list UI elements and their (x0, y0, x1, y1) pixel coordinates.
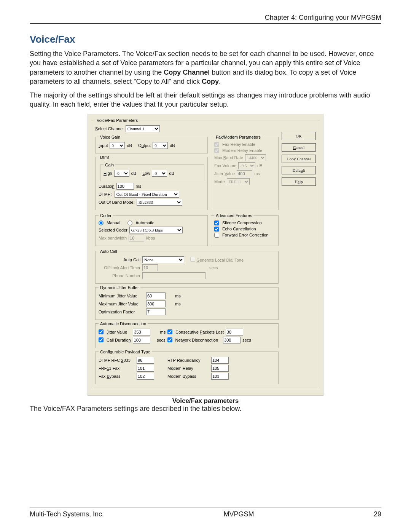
call-duration-checkbox[interactable] (99, 337, 104, 342)
network-disc-input[interactable] (223, 337, 241, 343)
ad-jitter-input[interactable] (133, 329, 150, 335)
auto-call-dropdown[interactable]: None (142, 256, 184, 263)
gain-high-dropdown[interactable]: -6 (114, 170, 129, 177)
output-gain-label: Output (138, 143, 151, 148)
page-header: Chapter 4: Configuring your MVPGSM (30, 14, 381, 24)
auto-call-group: Auto Call Auto Call None Generate Local … (95, 249, 279, 284)
fax-volume-dropdown: -9.5 (238, 162, 255, 169)
coder-group: Coder Manual Automatic Selected Coder G.… (95, 213, 208, 246)
modem-bypass-input[interactable] (211, 373, 229, 380)
call-duration-input[interactable] (133, 337, 150, 343)
network-disc-checkbox[interactable] (167, 337, 172, 342)
max-bandwidth-input (129, 235, 144, 241)
max-baud-dropdown: 14400 (245, 154, 266, 161)
cpl-input[interactable] (226, 329, 243, 335)
advanced-features-group: Advanced Features Silence Compression Ec… (211, 213, 279, 246)
oob-mode-label: Out Of Band Mode: (99, 200, 135, 204)
ad-jitter-checkbox[interactable] (99, 329, 104, 334)
min-jitter-input[interactable] (146, 292, 166, 299)
dtmf-mode-dropdown[interactable]: Out Of Band - Fixed Duration (115, 191, 179, 198)
figure-caption: Voice/Fax parameters (30, 397, 381, 405)
gain-low-label: Low (142, 171, 150, 176)
dtmf-gain-group: Gain High -6 dB Low -8 dB (100, 163, 204, 181)
input-gain-label: Input (99, 143, 108, 148)
dtmf-group: Dtmf Gain High -6 dB Low -8 (95, 155, 208, 210)
select-channel-dropdown[interactable]: Channel 1 (126, 125, 160, 132)
cancel-button[interactable]: Cancel (282, 143, 316, 152)
voicefax-parameters-group: Voice/Fax Parameters Select Channel Chan… (92, 118, 319, 389)
copy-channel-button[interactable]: Copy Channel (282, 155, 316, 163)
jitter-buffer-group: Dynamic Jitter Buffer Minimum Jitter Val… (95, 285, 279, 320)
ok-button[interactable]: OK (282, 132, 316, 140)
voicefax-dialog: Voice/Fax Parameters Select Channel Chan… (88, 114, 323, 396)
select-channel-label: Select Channel (95, 126, 124, 131)
max-jitter-input[interactable] (146, 300, 166, 307)
oob-mode-dropdown[interactable]: Rfc2833 (137, 199, 182, 206)
gain-low-dropdown[interactable]: -8 (152, 170, 167, 177)
intro-paragraph-2: The majority of the settings should be l… (30, 91, 381, 109)
auto-disconnect-group: Automatic Disconnection Jitter Value ms … (95, 321, 279, 348)
rtp-redundancy-input[interactable] (211, 357, 229, 364)
fax-relay-checkbox (214, 142, 219, 147)
section-title: Voice/Fax (30, 34, 381, 45)
dtmf-mode-label: DTMF : (99, 192, 113, 197)
dtmf-rfc-input[interactable] (137, 357, 154, 364)
voice-gain-group: Voice Gain Input 0 dB Output 0 dB (95, 135, 208, 153)
footer-right: 29 (374, 510, 381, 518)
silence-compression-checkbox[interactable] (214, 220, 219, 225)
frf11-fax-input[interactable] (137, 365, 154, 372)
fax-modem-group: Fax/Modem Parameters Fax Relay Enable Mo… (211, 135, 279, 210)
phone-number-input (142, 272, 206, 279)
fax-mode-dropdown: FRF 11 (227, 178, 250, 185)
offhook-timer-input (142, 264, 158, 271)
default-button[interactable]: Default (282, 166, 316, 174)
cpl-checkbox[interactable] (167, 329, 172, 334)
coder-automatic-radio[interactable] (127, 220, 132, 225)
fax-bypass-input[interactable] (137, 373, 154, 380)
modem-relay-checkbox (214, 148, 219, 153)
footer-center: MVPGSM (224, 510, 254, 518)
page-footer: Multi-Tech Systems, Inc. MVPGSM 29 (30, 508, 381, 518)
coder-manual-radio[interactable] (99, 220, 104, 225)
optimization-factor-input[interactable] (146, 308, 166, 315)
dtmf-duration-input[interactable] (116, 183, 134, 190)
footer-left: Multi-Tech Systems, Inc. (30, 510, 104, 518)
after-caption-text: The Voice/FAX Parameters settings are de… (30, 405, 381, 413)
echo-cancellation-checkbox[interactable] (214, 227, 219, 232)
intro-paragraph-1: Setting the Voice Parameters. The Voice/… (30, 49, 381, 86)
help-button[interactable]: Help (282, 177, 316, 186)
payload-type-group: Configurable Payload Type DTMF RFC 2833 … (95, 350, 279, 384)
modem-relay-input[interactable] (211, 365, 229, 372)
fec-checkbox[interactable] (214, 233, 219, 238)
fax-jitter-input (237, 170, 252, 177)
dtmf-duration-label: Duration (99, 184, 115, 189)
gldt-checkbox (190, 257, 195, 262)
input-gain-dropdown[interactable]: 0 (110, 142, 125, 149)
selected-coder-dropdown[interactable]: G.723.1@6.3 kbps (129, 227, 183, 233)
output-gain-dropdown[interactable]: 0 (153, 142, 168, 149)
gain-high-label: High (104, 171, 112, 176)
